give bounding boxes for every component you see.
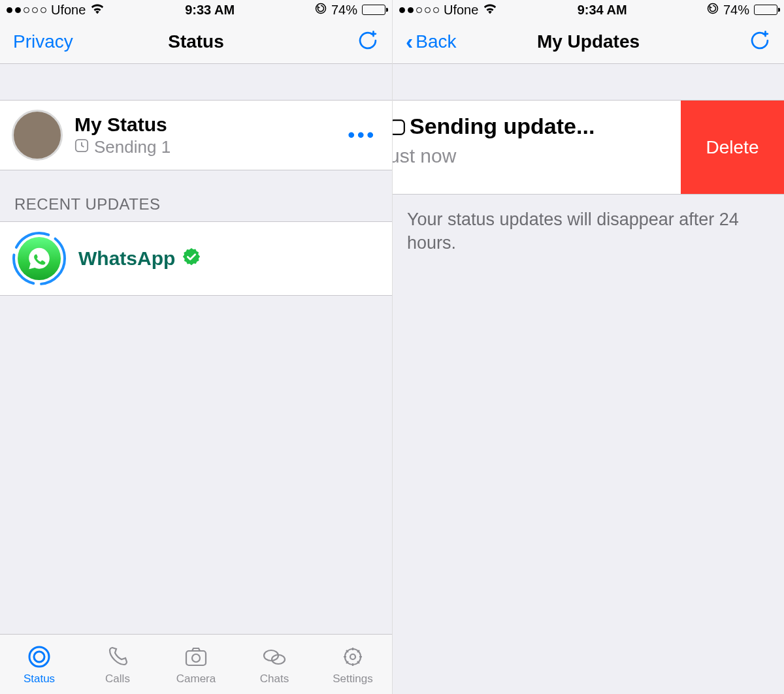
clock-icon bbox=[393, 116, 406, 141]
tab-status[interactable]: Status bbox=[0, 635, 78, 694]
svg-point-10 bbox=[350, 654, 355, 659]
my-status-subtitle: Sending 1 bbox=[94, 137, 171, 157]
status-update-row[interactable]: Sending update... ust now Delete bbox=[393, 100, 784, 195]
navbar: ‹ Back My Updates bbox=[393, 20, 784, 64]
status-ring-icon bbox=[12, 231, 67, 286]
clock-icon bbox=[74, 137, 89, 157]
tab-camera[interactable]: Camera bbox=[157, 635, 235, 694]
disappear-notice: Your status updates will disappear after… bbox=[393, 195, 784, 268]
refresh-plus-icon bbox=[749, 29, 771, 52]
delete-button[interactable]: Delete bbox=[681, 101, 784, 194]
recent-update-name: WhatsApp bbox=[78, 247, 175, 270]
tab-settings[interactable]: Settings bbox=[314, 635, 392, 694]
tab-calls[interactable]: Calls bbox=[78, 635, 157, 694]
wifi-icon bbox=[90, 3, 105, 18]
signal-dots-icon bbox=[7, 7, 46, 13]
my-status-row[interactable]: My Status Sending 1 ••• bbox=[0, 100, 392, 170]
tab-camera-label: Camera bbox=[176, 672, 216, 686]
svg-point-3 bbox=[29, 647, 49, 667]
clock-label: 9:34 AM bbox=[578, 3, 627, 18]
svg-point-4 bbox=[34, 652, 44, 662]
svg-point-6 bbox=[192, 654, 200, 662]
tab-settings-label: Settings bbox=[333, 672, 372, 686]
status-tab-icon bbox=[26, 644, 52, 670]
refresh-plus-icon bbox=[357, 29, 379, 52]
new-status-button[interactable] bbox=[749, 29, 771, 54]
camera-tab-icon bbox=[183, 644, 209, 670]
privacy-link[interactable]: Privacy bbox=[13, 31, 73, 52]
battery-icon bbox=[754, 5, 777, 15]
svg-rect-5 bbox=[186, 651, 206, 665]
chevron-left-icon: ‹ bbox=[406, 29, 413, 54]
my-status-title: My Status bbox=[74, 114, 336, 136]
my-status-avatar bbox=[12, 110, 63, 161]
battery-pct: 74% bbox=[723, 3, 749, 18]
settings-tab-icon bbox=[340, 644, 366, 670]
more-button[interactable]: ••• bbox=[348, 124, 380, 146]
navbar: Privacy Status bbox=[0, 20, 392, 64]
ios-statusbar: Ufone 9:34 AM 74% bbox=[393, 0, 784, 20]
recent-updates-header: RECENT UPDATES bbox=[0, 170, 392, 221]
update-timestamp: ust now bbox=[393, 145, 669, 167]
svg-rect-12 bbox=[393, 120, 404, 134]
battery-icon bbox=[362, 5, 385, 15]
battery-pct: 74% bbox=[331, 3, 357, 18]
tab-calls-label: Calls bbox=[105, 672, 130, 686]
page-title: Status bbox=[168, 31, 224, 52]
tab-status-label: Status bbox=[24, 672, 55, 686]
verified-badge-icon bbox=[182, 247, 201, 271]
tabbar: Status Calls Camera Chats Settings bbox=[0, 634, 392, 694]
calls-tab-icon bbox=[105, 644, 131, 670]
new-status-button[interactable] bbox=[357, 29, 379, 54]
page-title: My Updates bbox=[537, 31, 640, 52]
tab-chats[interactable]: Chats bbox=[235, 635, 314, 694]
back-button[interactable]: ‹ Back bbox=[406, 29, 457, 54]
clock-label: 9:33 AM bbox=[185, 3, 235, 18]
rotation-lock-icon bbox=[315, 3, 327, 18]
status-screen: Ufone 9:33 AM 74% Privacy Status bbox=[0, 0, 392, 694]
ios-statusbar: Ufone 9:33 AM 74% bbox=[0, 0, 392, 20]
my-updates-screen: Ufone 9:34 AM 74% ‹ Back My Updates bbox=[392, 0, 784, 694]
back-label: Back bbox=[416, 31, 456, 52]
whatsapp-logo-icon bbox=[18, 237, 61, 280]
rotation-lock-icon bbox=[707, 3, 719, 18]
tab-chats-label: Chats bbox=[260, 672, 289, 686]
carrier-label: Ufone bbox=[51, 3, 86, 18]
recent-update-row[interactable]: WhatsApp bbox=[0, 221, 392, 296]
update-title: Sending update... bbox=[410, 114, 595, 138]
wifi-icon bbox=[483, 3, 497, 18]
chats-tab-icon bbox=[261, 644, 287, 670]
carrier-label: Ufone bbox=[444, 3, 478, 18]
signal-dots-icon bbox=[399, 7, 439, 13]
